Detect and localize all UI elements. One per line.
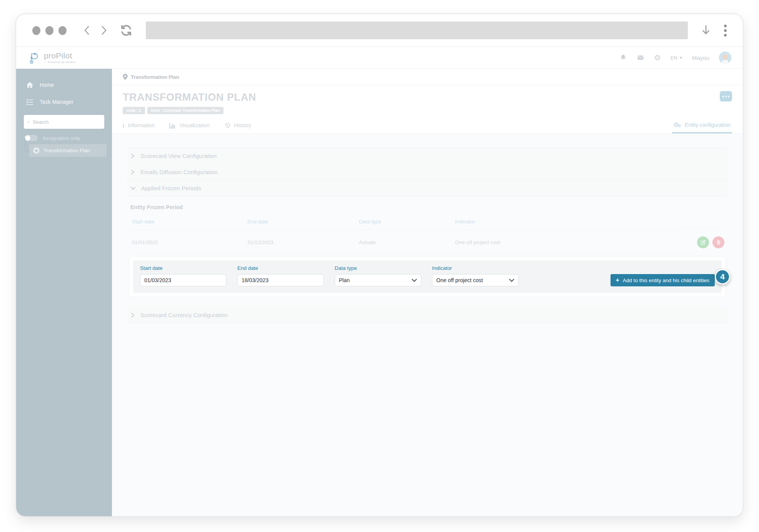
level-badge: level : Corporate Transformation Plan	[147, 107, 224, 114]
browser-window: proPilot — Powered by dFakto ⚙ EN Mayou	[15, 13, 744, 517]
tab-entity-configuration[interactable]: ⚙⚙ Entity configuration	[672, 117, 732, 133]
search-input[interactable]	[33, 119, 100, 125]
frozen-period-table-header: Start date End date Data type Indicator	[129, 216, 726, 230]
table-row: 01/01/2020 31/12/2023 Actuals One off pr…	[129, 230, 726, 254]
breadcrumb-label: Transformation Plan	[131, 74, 179, 80]
sidebar-item-label: Task Manager	[40, 99, 73, 105]
section-scorecard-currency[interactable]: Scorecard Currency Configuration	[127, 307, 727, 323]
traffic-light-icon	[58, 26, 67, 35]
tab-label: Entity configuration	[685, 122, 731, 128]
download-icon[interactable]	[701, 25, 711, 36]
tabs: i Information Visualization History ⚙⚙ E…	[112, 117, 743, 133]
language-label: EN	[671, 55, 677, 61]
propilot-logo: proPilot — Powered by dFakto	[28, 51, 75, 65]
logo-text: proPilot	[44, 52, 75, 60]
column-header: Start date	[129, 216, 244, 230]
end-date-field: End date	[237, 265, 324, 286]
plus-icon: +	[616, 277, 619, 283]
section-label: Scorecard View Configuration	[140, 153, 217, 159]
sidebar-search	[24, 115, 104, 129]
mail-icon[interactable]	[637, 54, 644, 62]
entity-frozen-period-subtitle: Entity Frozen Period	[129, 198, 726, 216]
avatar[interactable]	[719, 52, 731, 64]
gears-icon: ⚙⚙	[674, 122, 681, 128]
sidebar-item-task-manager[interactable]: Task Manager	[16, 93, 112, 110]
entity-configuration-panel: Scorecard View Configuration Emails Diff…	[112, 133, 743, 516]
assignation-toggle-row: Assignation only	[25, 135, 103, 141]
home-icon	[26, 81, 33, 88]
add-frozen-period-form: Start date End date Data type Plan	[129, 256, 726, 297]
chevron-down-icon	[130, 186, 136, 191]
column-header: Data type	[356, 216, 452, 230]
app-header: proPilot — Powered by dFakto ⚙ EN Mayou	[16, 47, 743, 69]
page-title: TRANSFORMATION PLAN	[123, 91, 732, 103]
tree-item-label: Transformation Plan	[43, 148, 90, 153]
tab-label: History	[234, 122, 251, 128]
code-badge: code : 1	[123, 107, 145, 114]
address-bar[interactable]	[146, 22, 688, 39]
edit-pencil-icon	[700, 239, 706, 245]
cell-indicator: One off project cost	[452, 230, 680, 254]
end-date-input[interactable]	[237, 274, 324, 286]
chevron-down-icon	[509, 279, 514, 282]
sidebar-item-home[interactable]: Home	[16, 76, 112, 93]
bell-icon[interactable]	[619, 54, 627, 62]
indicator-value: One off project cost	[436, 277, 483, 283]
sidebar-item-label: Home	[40, 82, 54, 88]
forward-icon[interactable]	[100, 25, 108, 36]
data-type-label: Data type	[335, 265, 421, 271]
data-type-value: Plan	[339, 277, 350, 283]
section-scorecard-view[interactable]: Scorecard View Configuration	[127, 148, 727, 164]
end-date-label: End date	[237, 265, 324, 271]
start-date-input[interactable]	[140, 274, 227, 286]
data-type-field: Data type Plan	[335, 265, 421, 286]
chevron-down-icon	[679, 57, 682, 59]
section-applied-frozen-periods[interactable]: Applied Frozen Periods	[127, 180, 727, 196]
chevron-right-icon	[130, 313, 135, 318]
assignation-toggle[interactable]	[25, 135, 38, 141]
add-to-entity-button[interactable]: + Add to this entity and his child entit…	[611, 274, 715, 286]
assignation-toggle-label: Assignation only	[42, 135, 80, 141]
settings-gear-icon[interactable]: ⚙	[654, 54, 661, 62]
applied-frozen-periods-content: Entity Frozen Period Start date End date…	[127, 196, 727, 307]
indicator-select[interactable]: One off project cost	[432, 274, 519, 286]
back-icon[interactable]	[83, 25, 91, 36]
sidebar-item-transformation-plan[interactable]: + Transformation Plan	[29, 144, 107, 157]
indicator-label: Indicator	[432, 265, 519, 271]
traffic-light-icon	[32, 26, 40, 35]
delete-row-button[interactable]	[712, 236, 724, 248]
task-list-icon	[26, 98, 33, 105]
section-label: Applied Frozen Periods	[141, 185, 201, 191]
more-actions-button[interactable]	[720, 91, 732, 101]
sidebar: Home Task Manager Assignation only	[16, 69, 112, 516]
expand-plus-icon[interactable]: +	[33, 147, 40, 154]
tab-information[interactable]: i Information	[123, 117, 155, 133]
propilot-logo-icon	[28, 51, 40, 65]
chart-icon	[169, 123, 176, 128]
main-content: Transformation Plan TRANSFORMATION PLAN …	[112, 69, 743, 516]
tab-visualization[interactable]: Visualization	[169, 117, 209, 133]
refresh-icon[interactable]	[120, 24, 133, 37]
section-label: Scorecard Currency Configuration	[140, 312, 228, 318]
edit-row-button[interactable]	[697, 236, 709, 248]
column-header: End date	[244, 216, 356, 230]
step-4-badge: 4	[715, 269, 730, 284]
section-emails-diffusion[interactable]: Emails Diffusion Configuration	[127, 164, 727, 180]
indicator-field: Indicator One off project cost	[432, 265, 519, 286]
start-date-label: Start date	[140, 265, 227, 271]
cell-start-date: 01/01/2020	[129, 230, 244, 254]
cell-end-date: 31/12/2023	[244, 230, 356, 254]
tab-history[interactable]: History	[224, 117, 251, 133]
traffic-light-icon	[45, 26, 53, 35]
history-icon	[224, 122, 231, 129]
username-label: Mayou	[692, 55, 709, 61]
chevron-down-icon	[412, 279, 417, 282]
browser-chrome	[16, 14, 743, 47]
location-pin-icon	[123, 74, 128, 80]
data-type-select[interactable]: Plan	[335, 274, 421, 286]
browser-menu-icon[interactable]	[724, 25, 727, 37]
info-icon: i	[123, 122, 124, 129]
section-label: Emails Diffusion Configuration	[140, 169, 218, 175]
language-selector[interactable]: EN	[671, 55, 682, 61]
cell-data-type: Actuals	[356, 230, 452, 254]
